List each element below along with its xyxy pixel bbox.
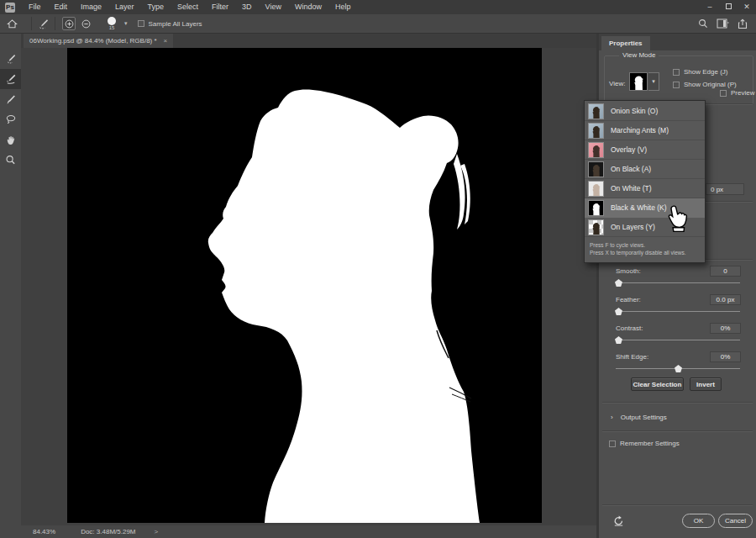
view-option-label: Onion Skin (O): [611, 107, 658, 115]
menu-layer[interactable]: Layer: [108, 0, 141, 14]
contrast-slider[interactable]: [616, 340, 740, 340]
smooth-value[interactable]: 0: [710, 266, 741, 277]
contrast-slider-knob[interactable]: [615, 336, 622, 344]
overlay-thumbnail: [588, 142, 604, 158]
menu-window[interactable]: Window: [288, 0, 328, 14]
sample-all-layers-option[interactable]: Sample All Layers: [138, 20, 202, 28]
on-layers-thumbnail: [588, 219, 604, 235]
radius-input[interactable]: 0 px: [706, 183, 744, 195]
view-option-label: On White (T): [611, 184, 652, 193]
menu-3d[interactable]: 3D: [235, 0, 259, 14]
reset-workspace-icon[interactable]: [612, 514, 625, 527]
smooth-slider[interactable]: [616, 282, 740, 283]
photoshop-logo: Ps: [5, 3, 15, 13]
feather-slider-knob[interactable]: [615, 308, 622, 315]
minimize-button[interactable]: –: [701, 0, 719, 14]
black-and-white-thumbnail: [588, 200, 604, 216]
document-size-info: Doc: 3.48M/5.29M: [81, 528, 135, 535]
refine-edge-brush-tool[interactable]: [0, 69, 21, 89]
remember-settings-label: Remember Settings: [620, 440, 680, 447]
zoom-level[interactable]: 84.43%: [33, 528, 55, 535]
close-button[interactable]: ✕: [738, 0, 756, 14]
restore-button[interactable]: [719, 0, 738, 14]
home-icon[interactable]: [7, 18, 18, 29]
shift-edge-slider-knob[interactable]: [675, 365, 682, 372]
add-to-selection-button[interactable]: [62, 17, 76, 30]
smooth-label: Smooth:: [616, 267, 641, 275]
cancel-button[interactable]: Cancel: [718, 514, 753, 528]
remember-settings-option[interactable]: Remember Settings: [609, 440, 680, 447]
view-option-on-white[interactable]: On White (T): [585, 179, 705, 198]
dropdown-hints: Press F to cycle views. Press X to tempo…: [585, 237, 705, 262]
pasteboard: [21, 48, 596, 525]
show-edge-label: Show Edge (J): [684, 68, 727, 76]
view-dropdown-button[interactable]: ▾: [648, 72, 659, 91]
menu-file[interactable]: File: [22, 0, 48, 14]
shift-edge-label: Shift Edge:: [616, 353, 648, 361]
quick-selection-icon[interactable]: [37, 18, 50, 30]
smooth-slider-knob[interactable]: [615, 279, 622, 287]
brush-size-preview[interactable]: 15: [101, 17, 123, 31]
marching-ants-thumbnail: [588, 123, 604, 139]
show-edge-checkbox[interactable]: [673, 69, 680, 76]
show-original-checkbox[interactable]: [673, 82, 680, 88]
view-option-on-black[interactable]: On Black (A): [585, 160, 705, 179]
hint-disable-views: Press X to temporarily disable all views…: [590, 249, 700, 256]
view-option-marching-ants[interactable]: Marching Ants (M): [585, 121, 705, 140]
preview-checkbox[interactable]: [720, 90, 727, 97]
divider: [602, 504, 753, 505]
contrast-label: Contrast:: [616, 324, 643, 332]
view-option-label: Overlay (V): [611, 145, 647, 154]
view-option-onion-skin[interactable]: Onion Skin (O): [585, 102, 705, 121]
subtract-from-selection-button[interactable]: [79, 17, 92, 30]
output-settings-section[interactable]: › Output Settings: [611, 414, 667, 421]
status-chevron-icon[interactable]: >: [155, 528, 159, 535]
view-mode-group: [604, 55, 753, 104]
shift-edge-slider[interactable]: [616, 368, 740, 369]
search-icon[interactable]: [698, 18, 708, 29]
ok-button[interactable]: OK: [682, 514, 715, 528]
quick-selection-tool[interactable]: [0, 49, 21, 69]
divider: [31, 17, 32, 30]
show-edge-option[interactable]: Show Edge (J): [673, 68, 727, 76]
menu-type[interactable]: Type: [141, 0, 171, 14]
sample-all-layers-label: Sample All Layers: [149, 20, 202, 28]
remember-settings-checkbox[interactable]: [609, 440, 616, 447]
show-original-option[interactable]: Show Original (P): [673, 81, 737, 88]
lasso-tool[interactable]: [0, 109, 21, 129]
document-canvas[interactable]: [67, 48, 542, 523]
view-mode-thumbnail[interactable]: [629, 72, 648, 91]
shift-edge-value[interactable]: 0%: [710, 351, 741, 362]
workspace-switcher-icon[interactable]: [717, 18, 729, 29]
preview-label: Preview: [731, 89, 754, 97]
hand-tool[interactable]: [0, 129, 21, 150]
menu-image[interactable]: Image: [74, 0, 108, 14]
on-black-thumbnail: [588, 161, 604, 177]
invert-button[interactable]: Invert: [690, 377, 722, 391]
tab-properties[interactable]: Properties: [601, 36, 650, 50]
divider: [602, 402, 753, 403]
menu-help[interactable]: Help: [328, 0, 358, 14]
menu-filter[interactable]: Filter: [205, 0, 235, 14]
title-bar: Ps File Edit Image Layer Type Select Fil…: [0, 0, 756, 14]
preview-option[interactable]: Preview: [720, 89, 754, 97]
share-icon[interactable]: [738, 18, 748, 29]
view-mode-dropdown: Onion Skin (O) Marching Ants (M) Overlay…: [584, 100, 706, 263]
view-option-label: Black & White (K): [611, 203, 667, 212]
chevron-down-icon[interactable]: ▾: [124, 20, 128, 27]
feather-slider[interactable]: [616, 311, 740, 312]
feather-value[interactable]: 0.0 px: [710, 294, 741, 305]
clear-selection-button[interactable]: Clear Selection: [631, 377, 684, 391]
brush-tool[interactable]: [0, 89, 21, 109]
tab-close-icon[interactable]: ×: [164, 37, 168, 45]
document-tab[interactable]: 06Working.psd @ 84.4% (Model, RGB/8) * ×: [24, 34, 173, 48]
menu-edit[interactable]: Edit: [48, 0, 75, 14]
hint-cycle-views: Press F to cycle views.: [590, 241, 700, 249]
sample-all-layers-checkbox[interactable]: [138, 20, 144, 27]
menu-view[interactable]: View: [259, 0, 288, 14]
zoom-tool[interactable]: [0, 150, 21, 170]
panel-tab-bar: Properties: [599, 34, 756, 50]
menu-select[interactable]: Select: [171, 0, 205, 14]
contrast-value[interactable]: 0%: [710, 323, 741, 334]
view-option-overlay[interactable]: Overlay (V): [585, 140, 705, 160]
